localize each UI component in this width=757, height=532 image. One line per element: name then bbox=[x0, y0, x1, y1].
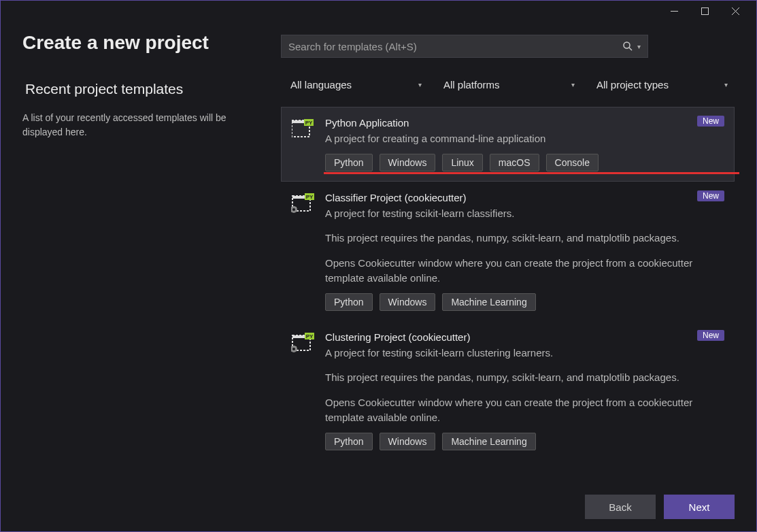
svg-rect-16 bbox=[291, 207, 293, 208]
new-badge: New bbox=[697, 116, 724, 127]
chevron-down-icon: ▾ bbox=[571, 81, 575, 88]
titlebar bbox=[1, 1, 756, 21]
template-tag: Python bbox=[325, 154, 373, 171]
template-extra-2: Opens Cookiecutter window where you can … bbox=[325, 395, 724, 426]
template-tag: Windows bbox=[380, 433, 436, 450]
template-item[interactable]: PY Clustering Project (cookiecutter)A pr… bbox=[281, 321, 735, 461]
svg-rect-17 bbox=[295, 207, 297, 208]
template-extra-2: Opens Cookiecutter window where you can … bbox=[325, 256, 724, 286]
template-list: PY Python ApplicationA project for creat… bbox=[281, 107, 735, 461]
search-box[interactable]: ▾ bbox=[281, 35, 648, 58]
template-tag: Linux bbox=[442, 154, 482, 171]
next-button[interactable]: Next bbox=[664, 495, 735, 519]
filter-language-label: All languages bbox=[288, 79, 352, 90]
template-extra-1: This project requires the pandas, numpy,… bbox=[325, 370, 724, 386]
recent-templates-heading: Recent project templates bbox=[25, 81, 260, 97]
search-icon bbox=[622, 41, 633, 52]
svg-point-24 bbox=[292, 348, 295, 350]
svg-point-4 bbox=[624, 42, 630, 48]
template-tag: Machine Learning bbox=[442, 293, 535, 311]
new-badge: New bbox=[697, 190, 724, 201]
svg-rect-1 bbox=[702, 7, 709, 14]
chevron-down-icon: ▾ bbox=[724, 81, 728, 88]
maximize-button[interactable] bbox=[690, 1, 720, 20]
svg-line-5 bbox=[629, 48, 632, 50]
svg-rect-26 bbox=[295, 346, 297, 348]
template-tags: PythonWindowsMachine Learning bbox=[325, 433, 724, 450]
svg-rect-18 bbox=[291, 211, 293, 212]
close-button[interactable] bbox=[720, 1, 751, 20]
python-file-icon: PY bbox=[291, 117, 314, 140]
filter-project-type-label: All project types bbox=[594, 79, 669, 90]
page-title: Create a new project bbox=[22, 21, 260, 54]
template-description: A project for testing scikit-learn clust… bbox=[325, 346, 724, 361]
svg-text:PY: PY bbox=[306, 194, 314, 200]
template-item[interactable]: PY Python ApplicationA project for creat… bbox=[281, 107, 735, 182]
filter-language[interactable]: All languages ▾ bbox=[281, 75, 428, 95]
template-tags: PythonWindowsLinuxmacOSConsole bbox=[325, 154, 724, 171]
minimize-button[interactable] bbox=[659, 1, 690, 20]
chevron-down-icon: ▾ bbox=[637, 43, 641, 50]
template-tag: Console bbox=[546, 154, 599, 171]
template-tag: Windows bbox=[380, 154, 436, 171]
template-tag: Python bbox=[325, 293, 373, 311]
svg-text:PY: PY bbox=[306, 333, 314, 339]
template-tag: macOS bbox=[490, 154, 539, 171]
back-button[interactable]: Back bbox=[585, 495, 656, 519]
svg-text:PY: PY bbox=[305, 120, 313, 126]
search-input[interactable] bbox=[288, 41, 622, 52]
template-tag: Machine Learning bbox=[442, 433, 535, 450]
template-extra-1: This project requires the pandas, numpy,… bbox=[325, 231, 724, 246]
svg-rect-25 bbox=[291, 346, 293, 348]
search-icon-button[interactable]: ▾ bbox=[622, 41, 641, 52]
template-name: Clustering Project (cookiecutter) bbox=[325, 331, 724, 343]
template-item[interactable]: PY Classifier Project (cookiecutter)A pr… bbox=[281, 182, 735, 321]
template-tag: Python bbox=[325, 433, 373, 450]
left-panel: Create a new project Recent project temp… bbox=[22, 21, 260, 477]
filter-platform[interactable]: All platforms ▾ bbox=[434, 75, 582, 95]
chevron-down-icon: ▾ bbox=[418, 81, 422, 88]
svg-rect-27 bbox=[291, 350, 293, 352]
template-name: Python Application bbox=[325, 117, 724, 129]
template-description: A project for creating a command-line ap… bbox=[325, 131, 724, 147]
recent-templates-description: A list of your recently accessed templat… bbox=[22, 111, 260, 139]
python-gear-icon: PY bbox=[291, 192, 314, 215]
template-tag: Windows bbox=[380, 293, 436, 311]
template-name: Classifier Project (cookiecutter) bbox=[325, 192, 724, 203]
new-badge: New bbox=[697, 330, 724, 341]
template-description: A project for testing scikit-learn class… bbox=[325, 206, 724, 222]
svg-point-15 bbox=[292, 208, 295, 211]
filter-platform-label: All platforms bbox=[441, 79, 500, 90]
filter-project-type[interactable]: All project types ▾ bbox=[587, 75, 735, 95]
template-tags: PythonWindowsMachine Learning bbox=[325, 293, 724, 311]
python-gear-icon: PY bbox=[291, 331, 314, 354]
highlight-underline bbox=[324, 172, 739, 174]
